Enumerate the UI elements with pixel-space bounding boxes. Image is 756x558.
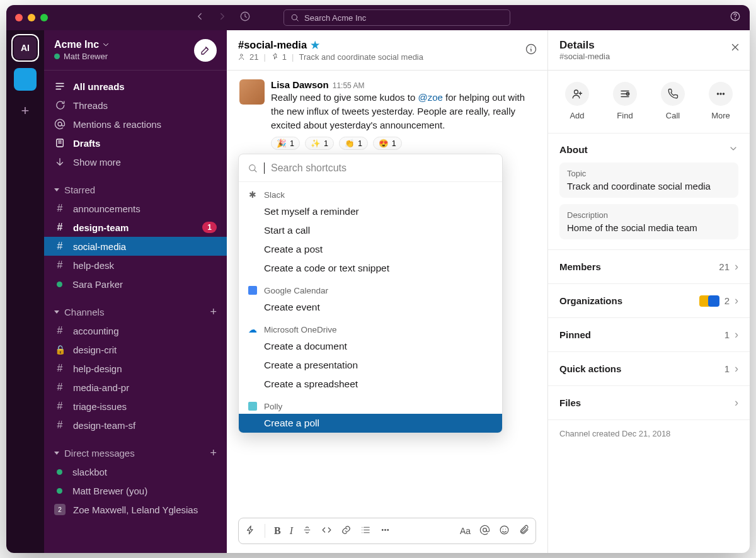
shortcut-start-a-call[interactable]: Start a call xyxy=(239,221,502,240)
section-channels[interactable]: Channels+ xyxy=(44,302,227,321)
svg-point-11 xyxy=(387,529,389,530)
sidebar-item-sara-parker[interactable]: Sara Parker xyxy=(44,275,227,293)
sidebar-item-accounting[interactable]: #accounting xyxy=(44,321,227,340)
add-workspace-icon[interactable]: + xyxy=(14,100,37,122)
sidebar-nav-show-more[interactable]: Show more xyxy=(44,152,227,171)
channel-pane: #social-media★ 21 | 1 | Track and coordi… xyxy=(227,30,548,553)
message-composer[interactable]: B I Aa xyxy=(238,518,536,544)
shortcut-create-a-post[interactable]: Create a post xyxy=(239,240,502,259)
link-icon[interactable] xyxy=(341,525,352,538)
shortcut-group-google-calendar: Google Calendar xyxy=(239,278,502,298)
shortcuts-search[interactable]: Search shortcuts xyxy=(239,154,502,182)
svg-point-13 xyxy=(500,526,508,534)
sidebar-nav-mentions-reactions[interactable]: Mentions & reactions xyxy=(44,115,227,134)
workspace-switch-acme[interactable]: AI xyxy=(14,37,37,59)
format-toggle-icon[interactable]: Aa xyxy=(460,526,471,536)
details-action-add[interactable]: Add xyxy=(565,82,589,120)
nav-back-icon[interactable] xyxy=(194,11,205,25)
nav-forward-icon[interactable] xyxy=(217,11,228,25)
channel-topic[interactable]: Track and coordinate social media xyxy=(299,52,423,62)
reaction[interactable]: 😍1 xyxy=(373,137,402,150)
chevron-right-icon: › xyxy=(735,362,738,375)
sidebar-item-design-team[interactable]: #design-team1 xyxy=(44,218,227,237)
sidebar-item-help-design[interactable]: #help-design xyxy=(44,359,227,378)
compose-button[interactable] xyxy=(194,39,217,62)
dm-count-icon: 2 xyxy=(54,504,66,515)
shortcut-create-a-poll[interactable]: Create a poll xyxy=(239,414,502,433)
sidebar-item-design-team-sf[interactable]: #design-team-sf xyxy=(44,416,227,435)
shortcut-create-a-spreadsheet[interactable]: Create a spreadsheet xyxy=(239,375,502,394)
section-dms[interactable]: Direct messages+ xyxy=(44,443,227,462)
list-icon xyxy=(54,81,66,92)
history-icon[interactable] xyxy=(239,11,251,25)
list-icon[interactable] xyxy=(360,525,371,538)
sidebar-item-design-crit[interactable]: 🔒design-crit xyxy=(44,340,227,359)
details-row-organizations[interactable]: Organizations2› xyxy=(548,284,750,318)
reaction[interactable]: 🎉1 xyxy=(271,137,300,150)
adduser-icon xyxy=(565,82,589,106)
mention-icon[interactable] xyxy=(479,525,490,538)
mention[interactable]: @zoe xyxy=(418,92,442,103)
shortcut-create-a-presentation[interactable]: Create a presentation xyxy=(239,356,502,375)
hash-icon: # xyxy=(54,401,66,412)
code-icon[interactable] xyxy=(321,525,332,538)
sidebar-header[interactable]: Acme Inc Matt Brewer xyxy=(44,30,227,71)
description-card[interactable]: Description Home of the social media tea… xyxy=(559,204,738,239)
window-controls[interactable] xyxy=(15,14,48,21)
message: Lisa Dawson11:55 AM Really need to give … xyxy=(239,79,535,150)
channel-created: Channel created Dec 21, 2018 xyxy=(548,420,750,447)
reaction[interactable]: 👏1 xyxy=(339,137,368,150)
sidebar-nav-all-unreads[interactable]: All unreads xyxy=(44,77,227,96)
sidebar-item-social-media[interactable]: #social-media xyxy=(44,237,227,256)
add-dm-icon[interactable]: + xyxy=(210,447,217,460)
attach-icon[interactable] xyxy=(518,525,529,538)
sidebar-item-triage-issues[interactable]: #triage-issues xyxy=(44,397,227,416)
about-label[interactable]: About xyxy=(559,144,588,156)
sidebar-item-matt-brewer-you-[interactable]: Matt Brewer (you) xyxy=(44,481,227,500)
details-action-call[interactable]: Call xyxy=(661,82,685,120)
sidebar-nav-threads[interactable]: Threads xyxy=(44,96,227,115)
members-icon[interactable]: 21 xyxy=(238,52,258,62)
shortcuts-icon[interactable] xyxy=(245,525,256,538)
channel-info-icon[interactable] xyxy=(525,43,537,58)
details-row-quick-actions[interactable]: Quick actions1› xyxy=(548,352,750,386)
bold-icon[interactable]: B xyxy=(274,525,281,537)
section-starred[interactable]: Starred xyxy=(44,180,227,199)
pinned-icon[interactable]: 1 xyxy=(271,52,287,62)
details-row-pinned[interactable]: Pinned1› xyxy=(548,318,750,352)
global-search[interactable]: Search Acme Inc xyxy=(284,9,510,26)
star-icon[interactable]: ★ xyxy=(311,39,319,51)
sidebar-item-announcements[interactable]: #announcements xyxy=(44,199,227,218)
more-format-icon[interactable] xyxy=(380,525,391,538)
sidebar-item-slackbot[interactable]: slackbot xyxy=(44,462,227,481)
channel-name[interactable]: #social-media xyxy=(238,39,307,51)
shortcut-create-a-code-or-text-snippet[interactable]: Create a code or text snippet xyxy=(239,259,502,278)
details-row-files[interactable]: Files› xyxy=(548,386,750,420)
details-channel: #social-media xyxy=(559,52,738,61)
workspace-switch-other[interactable] xyxy=(14,68,37,91)
reaction[interactable]: ✨1 xyxy=(305,137,334,150)
emoji-icon[interactable] xyxy=(499,525,510,538)
add-channel-icon[interactable]: + xyxy=(210,305,217,319)
sidebar-nav-drafts[interactable]: Drafts xyxy=(44,134,227,152)
help-icon[interactable] xyxy=(730,11,741,25)
sidebar-item-help-desk[interactable]: #help-desk xyxy=(44,256,227,275)
topic-card[interactable]: Topic Track and coordinate social media xyxy=(559,162,738,198)
details-action-more[interactable]: More xyxy=(709,82,733,120)
hash-icon: # xyxy=(54,363,66,374)
details-row-members[interactable]: Members21› xyxy=(548,250,750,284)
close-icon[interactable] xyxy=(730,42,741,55)
message-text: Really need to give some kudos to @zoe f… xyxy=(271,91,535,132)
sidebar-item-zoe-maxwell-leland-yglesias[interactable]: 2Zoe Maxwell, Leland Yglesias xyxy=(44,500,227,519)
shortcut-set-myself-a-reminder[interactable]: Set myself a reminder xyxy=(239,202,502,221)
italic-icon[interactable]: I xyxy=(290,525,293,537)
details-action-find[interactable]: Find xyxy=(613,82,637,120)
shortcut-create-a-document[interactable]: Create a document xyxy=(239,337,502,356)
slack-icon: ✱ xyxy=(248,190,258,200)
shortcut-create-event[interactable]: Create event xyxy=(239,298,502,317)
svg-point-10 xyxy=(385,529,386,530)
message-author[interactable]: Lisa Dawson xyxy=(271,79,329,90)
strike-icon[interactable] xyxy=(302,525,312,538)
avatar[interactable] xyxy=(239,79,265,105)
sidebar-item-media-and-pr[interactable]: #media-and-pr xyxy=(44,378,227,397)
